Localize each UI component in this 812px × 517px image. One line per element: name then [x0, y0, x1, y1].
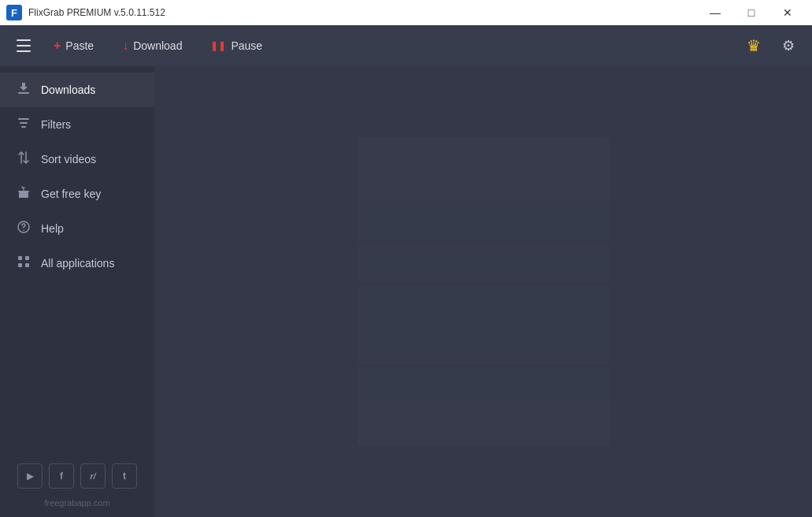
sidebar-item-downloads[interactable]: Downloads — [0, 73, 154, 107]
settings-icon: ⚙ — [782, 37, 795, 54]
facebook-icon: f — [60, 471, 63, 482]
crown-icon: ♛ — [747, 36, 761, 55]
download-icon: ↓ — [122, 39, 128, 53]
sidebar-downloads-label: Downloads — [41, 84, 95, 96]
reddit-icon: r/ — [90, 471, 95, 481]
paste-icon: + — [54, 39, 61, 53]
placeholder-block-3 — [358, 285, 610, 364]
toolbar: + Paste ↓ Download ❚❚ Pause ♛ ⚙ — [0, 25, 812, 66]
hamburger-line-2 — [17, 45, 31, 46]
sidebar-filters-label: Filters — [41, 118, 71, 131]
svg-rect-3 — [18, 118, 29, 120]
svg-rect-11 — [25, 256, 29, 260]
hamburger-line-3 — [17, 50, 31, 52]
svg-text:F: F — [11, 7, 17, 19]
sidebar-item-all-applications[interactable]: All applications — [0, 246, 154, 281]
download-button[interactable]: ↓ Download — [109, 31, 195, 61]
sidebar-social-links: ▶ f r/ t — [0, 454, 154, 498]
content-area — [154, 66, 812, 517]
download-label: Download — [133, 39, 182, 52]
svg-rect-4 — [20, 122, 28, 124]
svg-rect-13 — [25, 263, 29, 267]
svg-rect-12 — [18, 263, 22, 267]
reddit-button[interactable]: r/ — [80, 463, 106, 489]
apps-icon — [16, 255, 32, 272]
sidebar-spacer — [0, 281, 154, 454]
help-icon — [16, 220, 32, 237]
website-link[interactable]: freegrabapp.com — [0, 498, 154, 517]
hamburger-line-1 — [17, 39, 31, 41]
youtube-icon: ▶ — [27, 471, 33, 482]
shape-row-1 — [358, 137, 610, 240]
hamburger-menu-button[interactable] — [9, 32, 38, 60]
settings-button[interactable]: ⚙ — [774, 32, 803, 60]
minimize-button[interactable]: — — [697, 0, 733, 25]
filters-icon — [16, 116, 32, 133]
youtube-button[interactable]: ▶ — [17, 463, 43, 489]
placeholder-content — [358, 137, 610, 446]
placeholder-block-2 — [358, 243, 610, 282]
titlebar-left: F FlixGrab PREMIUM v.5.0.11.512 — [6, 5, 165, 20]
toolbar-right: ♛ ⚙ — [740, 32, 803, 60]
maximize-button[interactable]: □ — [733, 0, 769, 25]
sidebar-all-apps-label: All applications — [41, 257, 114, 270]
pause-label: Pause — [231, 39, 262, 52]
svg-rect-2 — [18, 92, 29, 94]
paste-button[interactable]: + Paste — [41, 31, 106, 61]
twitter-button[interactable]: t — [112, 463, 137, 489]
sort-icon — [16, 151, 32, 168]
app-title: FlixGrab PREMIUM v.5.0.11.512 — [28, 7, 165, 18]
pause-icon: ❚❚ — [210, 40, 226, 51]
sidebar-item-filters[interactable]: Filters — [0, 107, 154, 142]
shape-row-4 — [358, 367, 610, 446]
titlebar-controls: — □ ✕ — [697, 0, 806, 25]
close-button[interactable]: ✕ — [769, 0, 806, 25]
main-layout: Downloads Filters Sort videos — [0, 66, 812, 517]
titlebar: F FlixGrab PREMIUM v.5.0.11.512 — □ ✕ — [0, 0, 812, 25]
paste-label: Paste — [65, 39, 94, 52]
sidebar-sort-label: Sort videos — [41, 153, 96, 166]
placeholder-block-1 — [358, 137, 610, 240]
sidebar-free-key-label: Get free key — [41, 188, 101, 200]
pause-button[interactable]: ❚❚ Pause — [198, 31, 275, 61]
placeholder-block-4 — [358, 367, 610, 446]
sidebar-item-get-free-key[interactable]: Get free key — [0, 177, 154, 211]
svg-rect-5 — [21, 126, 26, 128]
facebook-button[interactable]: f — [49, 463, 74, 489]
app-logo: F — [6, 5, 22, 20]
svg-rect-10 — [18, 256, 22, 260]
shape-row-3 — [358, 285, 610, 364]
sidebar: Downloads Filters Sort videos — [0, 66, 154, 517]
premium-crown-button[interactable]: ♛ — [740, 32, 768, 60]
svg-rect-7 — [19, 192, 28, 198]
sidebar-item-sort-videos[interactable]: Sort videos — [0, 142, 154, 177]
shape-row-2 — [358, 243, 610, 282]
gift-icon — [16, 185, 32, 203]
sidebar-item-help[interactable]: Help — [0, 211, 154, 246]
downloads-icon — [16, 81, 32, 99]
sidebar-help-label: Help — [41, 222, 64, 235]
twitter-icon: t — [123, 471, 126, 482]
svg-point-9 — [23, 229, 24, 231]
